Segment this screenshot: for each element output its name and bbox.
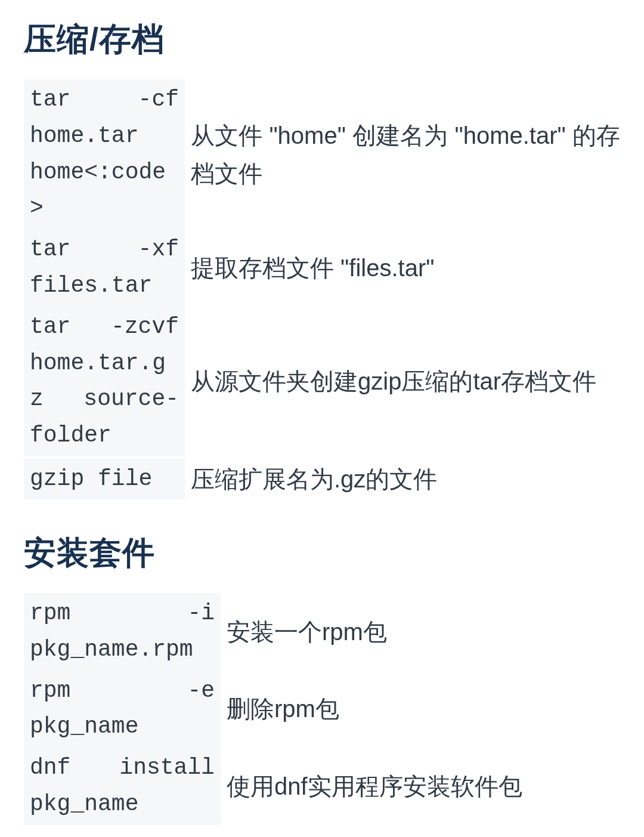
command-code: rpm -i pkg_name.rpm <box>24 593 221 671</box>
command-description: 从文件 "home" 创建名为 "home.tar" 的存档文件 <box>191 79 620 229</box>
command-description: 提取存档文件 "files.tar" <box>191 229 620 307</box>
command-code: rpm -e pkg_name <box>24 671 221 748</box>
command-code: gzip file <box>24 459 185 500</box>
table-row: rpm -e pkg_name 删除rpm包 <box>24 671 620 748</box>
command-code: tar -xf files.tar <box>24 229 185 307</box>
command-code: tar -zcvf home.tar.gz source-folder <box>24 307 185 456</box>
command-code: tar -cf home.tar home<:code> <box>24 79 185 229</box>
command-description: 删除rpm包 <box>227 671 620 748</box>
compress-table: tar -cf home.tar home<:code> 从文件 "home" … <box>24 79 620 502</box>
command-code: dnf install pkg_name <box>24 748 221 825</box>
section-heading-install: 安装套件 <box>24 532 620 575</box>
table-row: tar -zcvf home.tar.gz source-folder 从源文件… <box>24 307 620 456</box>
table-row: rpm -i pkg_name.rpm 安装一个rpm包 <box>24 593 620 671</box>
table-row: gzip file 压缩扩展名为.gz的文件 <box>24 456 620 502</box>
section-heading-compress: 压缩/存档 <box>24 18 620 61</box>
command-description: 从源文件夹创建gzip压缩的tar存档文件 <box>191 307 620 456</box>
command-description: 安装一个rpm包 <box>227 593 620 671</box>
table-row: dnf install pkg_name 使用dnf实用程序安装软件包 <box>24 748 620 825</box>
install-table: rpm -i pkg_name.rpm 安装一个rpm包 rpm -e pkg_… <box>24 593 620 825</box>
command-description: 使用dnf实用程序安装软件包 <box>227 748 620 825</box>
table-row: tar -cf home.tar home<:code> 从文件 "home" … <box>24 79 620 229</box>
command-description: 压缩扩展名为.gz的文件 <box>191 456 620 502</box>
table-row: tar -xf files.tar 提取存档文件 "files.tar" <box>24 229 620 307</box>
